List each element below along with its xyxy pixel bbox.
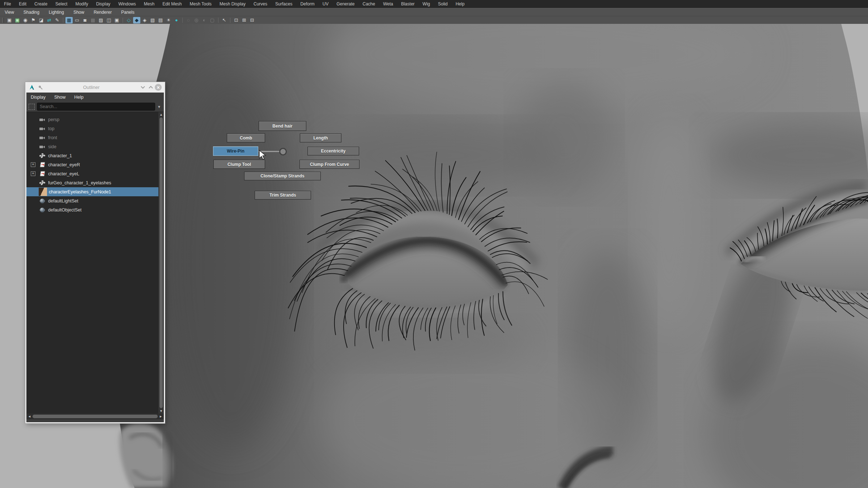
resolution-gate-icon[interactable]: ◙ [81,17,89,23]
marking-menu-item-comb[interactable]: Comb [227,133,265,142]
expand-toggle-icon[interactable]: + [31,162,35,167]
outliner-item-defaultObjectSet[interactable]: defaultObjectSet [26,205,158,214]
menu-windows[interactable]: Windows [114,0,140,8]
menu-generate[interactable]: Generate [332,0,358,8]
safe-action-icon[interactable]: ◫ [105,17,112,23]
menu-deform[interactable]: Deform [296,0,318,8]
lighting-icon[interactable]: ☀ [165,17,172,23]
outliner-item-characterEyelashes_FurNode1[interactable]: characterEyelashes_FurNode1 [26,187,158,196]
grid-icon[interactable]: ▦ [65,17,73,23]
collapse-icon[interactable] [139,84,147,91]
menu-uv[interactable]: UV [319,0,333,8]
menu-edit-mesh[interactable]: Edit Mesh [158,0,186,8]
menu-edit[interactable]: Edit [15,0,30,8]
grease-pencil-icon[interactable]: ✎ [54,17,61,23]
textured-icon[interactable]: ▧ [149,17,156,23]
outliner-titlebar[interactable]: Outliner × [26,82,164,93]
panel-menu-renderer[interactable]: Renderer [89,8,116,16]
menu-select[interactable]: Select [51,0,71,8]
panel-menu-lighting[interactable]: Lighting [44,8,69,16]
exposure-icon[interactable]: ◐ [201,17,208,23]
toolbar-drag-handle[interactable] [2,18,4,23]
menu-curves[interactable]: Curves [250,0,271,8]
highlight-icon[interactable]: ▢ [209,17,216,23]
outliner-item-top[interactable]: top [26,124,158,133]
camera-attributes-icon[interactable]: ◉ [22,17,29,23]
menu-wig[interactable]: Wig [418,0,434,8]
menu-blaster[interactable]: Blaster [397,0,418,8]
outliner-item-front[interactable]: front [26,133,158,142]
menu-solid[interactable]: Solid [434,0,452,8]
camera-icon[interactable]: ▣ [6,17,13,23]
menu-modify[interactable]: Modify [71,0,92,8]
outliner-item-character_eyeL[interactable]: +character_eyeL [26,169,158,178]
outliner-menu-show[interactable]: Show [54,95,65,100]
menu-mesh-tools[interactable]: Mesh Tools [186,0,216,8]
use-default-material-icon[interactable]: ▤ [157,17,164,23]
wireframe-cube-icon[interactable]: ◇ [125,17,132,23]
select-tool-icon[interactable]: ↖ [221,17,228,23]
marking-menu-item-length[interactable]: Length [300,133,341,142]
panel-menu-panels[interactable]: Panels [116,8,139,16]
menu-display[interactable]: Display [92,0,114,8]
marking-menu-item-trim-strands[interactable]: Trim Strands [255,191,311,200]
filter-icon[interactable] [29,104,35,110]
image-plane-icon[interactable]: ◪ [38,17,45,23]
scroll-up-icon[interactable]: ▲ [159,112,163,117]
shadows-icon[interactable]: ● [173,17,180,23]
marking-menu-item-bend-hair[interactable]: Bend hair [259,121,306,131]
horizontal-scroll-thumb[interactable] [33,415,158,418]
frame-selected-icon[interactable]: ⊞ [241,17,248,23]
frame-all-icon[interactable]: ⊟ [248,17,256,23]
outliner-menu-help[interactable]: Help [74,95,84,100]
scroll-right-icon[interactable]: ► [159,415,162,418]
wireframe-on-shaded-icon[interactable]: ◈ [141,17,148,23]
menu-surfaces[interactable]: Surfaces [271,0,296,8]
panel-menu-view[interactable]: View [0,8,19,16]
menu-mesh-display[interactable]: Mesh Display [216,0,250,8]
menu-create[interactable]: Create [30,0,51,8]
outliner-item-furGeo_character_1_eyelashes[interactable]: furGeo_character_1_eyelashes [26,178,158,187]
menu-cache[interactable]: Cache [358,0,379,8]
menu-file[interactable]: File [0,0,15,8]
menu-weta[interactable]: Weta [379,0,397,8]
outliner-menu-display[interactable]: Display [31,95,46,100]
scroll-down-icon[interactable]: ▼ [159,408,163,414]
pin-icon[interactable] [37,85,44,90]
xray-icon[interactable]: ◌ [185,17,192,23]
outliner-item-persp[interactable]: persp [26,115,158,124]
outliner-item-defaultLightSet[interactable]: defaultLightSet [26,196,158,205]
marking-menu-item-clump-from-curve[interactable]: Clump From Curve [299,160,359,169]
xray-joints-icon[interactable]: ◎ [193,17,200,23]
outliner-item-character_eyeR[interactable]: +character_eyeR [26,160,158,169]
scroll-left-icon[interactable]: ◄ [28,415,31,418]
marking-menu-item-eccentricity[interactable]: Eccentricity [307,147,359,155]
expand-toggle-icon[interactable]: + [31,171,35,176]
marking-menu-item-clump-tool[interactable]: Clump Tool [213,160,265,169]
outliner-item-side[interactable]: side [26,142,158,151]
menu-mesh[interactable]: Mesh [140,0,158,8]
menu-help[interactable]: Help [452,0,469,8]
vertical-scroll-thumb[interactable] [159,117,163,408]
safe-title-icon[interactable]: ▣ [113,17,120,23]
expand-icon[interactable] [147,84,155,91]
search-input[interactable] [37,103,155,111]
smooth-shade-icon[interactable]: ◆ [133,17,140,23]
field-chart-icon[interactable]: ▨ [97,17,105,23]
panel-menu-show[interactable]: Show [69,8,89,16]
selected-camera-icon[interactable]: ▣ [14,17,21,23]
marking-menu-item-wire-pin[interactable]: Wire-Pin [213,146,258,156]
close-icon[interactable]: × [155,84,162,91]
outliner-item-character_1[interactable]: character_1 [26,151,158,160]
horizontal-scrollbar[interactable]: ◄ ► [26,414,164,419]
gate-mask-icon[interactable]: ▩ [89,17,97,23]
vertical-scrollbar[interactable]: ▲ ▼ [158,112,164,414]
isolate-select-icon[interactable]: ⊡ [233,17,240,23]
film-gate-icon[interactable]: ▭ [73,17,81,23]
panel-menu-shading[interactable]: Shading [19,8,44,16]
bookmark-icon[interactable]: ⚑ [30,17,37,23]
maya-application-window: FileEditCreateSelectModifyDisplayWindows… [0,0,868,488]
search-dropdown-icon[interactable]: ▼ [157,105,161,109]
pan-zoom-icon[interactable]: ⇄ [46,17,53,23]
marking-menu-item-clone-stamp-strands[interactable]: Clone/Stamp Strands [244,172,321,180]
